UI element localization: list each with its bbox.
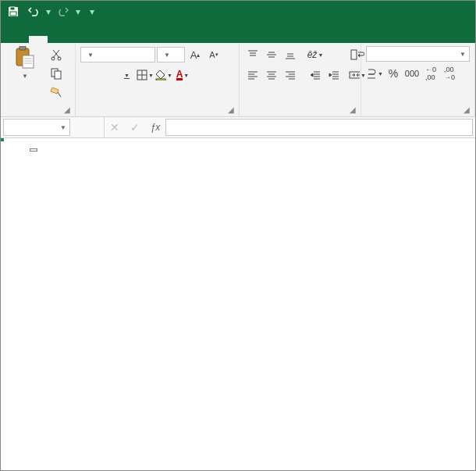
comma-format-button[interactable]: 000 bbox=[403, 65, 421, 82]
ribbon: ▼ ◢ ▼ ▼ A▴ A▾ bbox=[1, 43, 475, 117]
chevron-down-icon[interactable]: ▼ bbox=[60, 124, 66, 131]
name-box-tooltip bbox=[30, 148, 37, 152]
fill-color-button[interactable]: ▼ bbox=[155, 66, 172, 84]
ribbon-tabs bbox=[1, 23, 475, 43]
title-bar: ▾ ▾ ▾ bbox=[1, 1, 475, 23]
svg-rect-12 bbox=[55, 71, 61, 79]
qat-dropdown-icon[interactable]: ▾ bbox=[44, 6, 52, 17]
selection-frame bbox=[1, 138, 4, 141]
tab-page-layout[interactable] bbox=[66, 36, 85, 43]
accounting-format-button[interactable]: ▼ bbox=[366, 65, 383, 82]
fx-icon[interactable]: ƒx bbox=[145, 122, 165, 133]
decrease-font-button[interactable]: A▾ bbox=[205, 46, 222, 63]
bold-button[interactable] bbox=[80, 66, 98, 84]
svg-rect-5 bbox=[23, 55, 34, 68]
name-box[interactable]: ▼ bbox=[3, 119, 70, 136]
cancel-formula-button[interactable]: ✕ bbox=[105, 117, 125, 137]
borders-button[interactable]: ▼ bbox=[137, 66, 154, 84]
format-painter-button[interactable] bbox=[48, 84, 65, 101]
tab-review[interactable] bbox=[123, 36, 141, 43]
align-left-button[interactable] bbox=[244, 66, 261, 84]
underline-button[interactable]: ▼ bbox=[118, 66, 135, 84]
align-bottom-button[interactable] bbox=[282, 46, 299, 63]
qat-customize-icon[interactable]: ▾ bbox=[88, 6, 96, 17]
orientation-button[interactable]: ěž▼ bbox=[307, 46, 324, 63]
copy-button[interactable] bbox=[48, 65, 65, 82]
dialog-launcher-icon[interactable]: ◢ bbox=[62, 105, 72, 115]
redo-button[interactable] bbox=[54, 2, 73, 21]
align-right-button[interactable] bbox=[282, 66, 299, 84]
save-button[interactable] bbox=[4, 2, 23, 21]
dialog-launcher-icon[interactable]: ◢ bbox=[462, 105, 471, 115]
number-format-select[interactable]: ▼ bbox=[366, 46, 470, 62]
align-middle-button[interactable] bbox=[263, 46, 280, 63]
formula-bar-row: ▼ ✕ ✓ ƒx bbox=[1, 117, 475, 138]
cut-button[interactable] bbox=[48, 46, 65, 63]
svg-rect-1 bbox=[10, 7, 15, 10]
decrease-indent-button[interactable] bbox=[307, 66, 324, 84]
qat-dropdown-icon[interactable]: ▾ bbox=[74, 6, 82, 17]
formula-input[interactable] bbox=[166, 120, 472, 135]
font-name-select[interactable]: ▼ bbox=[80, 47, 155, 62]
svg-rect-46 bbox=[351, 50, 357, 59]
font-color-button[interactable]: A▼ bbox=[174, 66, 191, 84]
tab-formulas[interactable] bbox=[85, 36, 104, 43]
increase-indent-button[interactable] bbox=[325, 66, 343, 84]
formula-bar[interactable] bbox=[165, 119, 473, 136]
tab-data[interactable] bbox=[104, 36, 123, 43]
increase-font-button[interactable]: A▴ bbox=[186, 46, 204, 63]
align-top-button[interactable] bbox=[244, 46, 261, 63]
decrease-decimal-button[interactable]: ,00→0 bbox=[441, 65, 458, 82]
paste-button[interactable]: ▼ bbox=[5, 46, 44, 80]
name-box-input[interactable] bbox=[7, 121, 59, 134]
enter-formula-button[interactable]: ✓ bbox=[125, 117, 145, 137]
clipboard-icon bbox=[13, 46, 37, 70]
worksheet[interactable] bbox=[1, 138, 475, 471]
percent-format-button[interactable]: % bbox=[385, 65, 402, 82]
quick-access-toolbar: ▾ ▾ ▾ bbox=[1, 2, 99, 21]
tab-insert[interactable] bbox=[48, 36, 66, 43]
italic-button[interactable] bbox=[99, 66, 116, 84]
undo-button[interactable] bbox=[24, 2, 43, 21]
dialog-launcher-icon[interactable]: ◢ bbox=[226, 105, 236, 115]
increase-decimal-button[interactable]: ←0,00 bbox=[422, 65, 439, 82]
dialog-launcher-icon[interactable]: ◢ bbox=[348, 105, 357, 115]
svg-rect-16 bbox=[156, 79, 165, 80]
font-size-select[interactable]: ▼ bbox=[157, 47, 185, 62]
tab-home[interactable] bbox=[29, 36, 48, 43]
align-center-button[interactable] bbox=[263, 66, 280, 84]
tab-file[interactable] bbox=[4, 36, 29, 43]
chevron-down-icon: ▼ bbox=[22, 73, 28, 80]
svg-rect-4 bbox=[20, 46, 26, 50]
